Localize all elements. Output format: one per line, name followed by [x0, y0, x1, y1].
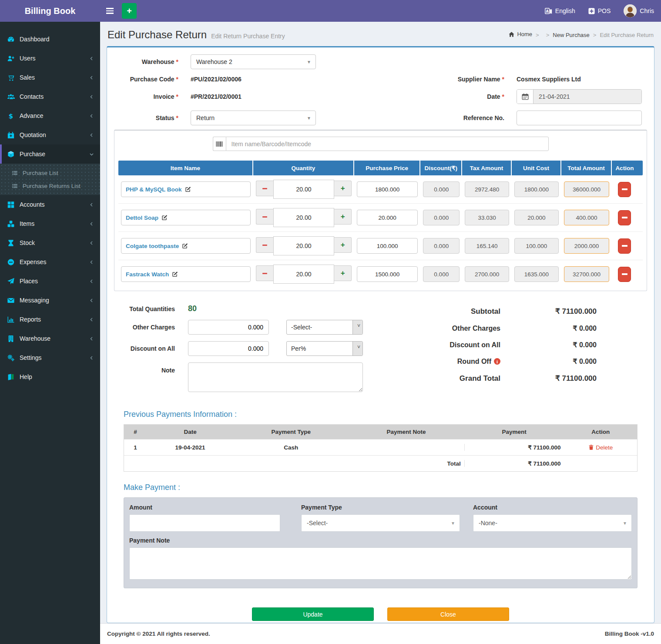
breadcrumb-home[interactable]: Home: [508, 31, 532, 39]
sidebar-item-stock[interactable]: Stock: [0, 233, 100, 252]
other-charges-select[interactable]: -Select- ˅: [286, 320, 363, 335]
grand-total-value: ₹ 71100.000: [500, 374, 597, 383]
supplier-name-label: Supplier Name: [424, 76, 517, 83]
edit-icon[interactable]: [172, 271, 178, 277]
quantity-increase-button[interactable]: +: [334, 181, 352, 196]
user-name: Chris: [640, 7, 654, 14]
breadcrumb-separator: >: [593, 32, 597, 38]
item-name-link[interactable]: Fastrack Watch: [126, 271, 169, 278]
remove-item-button[interactable]: [618, 182, 631, 197]
discount-type-select[interactable]: Per% ˅: [286, 341, 363, 356]
contacts-icon: [7, 93, 15, 101]
quantity-input[interactable]: [273, 180, 335, 199]
sidebar-item-users[interactable]: Users: [0, 49, 100, 68]
payment-type-select[interactable]: -Select- ▼: [301, 514, 460, 532]
other-charges-total-label: Other Charges: [452, 325, 500, 332]
quick-add-button[interactable]: +: [122, 3, 137, 19]
purchase-price-input[interactable]: [357, 266, 418, 282]
info-icon[interactable]: [494, 358, 500, 365]
quantity-decrease-button[interactable]: [256, 209, 273, 225]
account-select[interactable]: -None- ▼: [473, 514, 632, 532]
breadcrumb-edit-purchase-return: Edit Purchase Return: [600, 32, 654, 38]
pos-menu[interactable]: POS: [588, 7, 611, 14]
sidebar-item-reports[interactable]: Reports: [0, 310, 100, 329]
sidebar-toggle-button[interactable]: [100, 0, 119, 22]
quantity-input[interactable]: [273, 208, 335, 227]
status-select[interactable]: Return ▼: [191, 111, 316, 125]
remove-item-button[interactable]: [618, 210, 631, 225]
reference-no-input[interactable]: [517, 111, 642, 125]
chevron-left-icon: [89, 94, 94, 99]
chevron-left-icon: [89, 241, 94, 245]
sidebar-item-accounts[interactable]: Accounts: [0, 195, 100, 214]
quantity-decrease-button[interactable]: [256, 181, 273, 196]
close-button[interactable]: Close: [387, 607, 509, 621]
edit-icon[interactable]: [182, 243, 188, 249]
amount-input[interactable]: [129, 514, 280, 532]
sidebar-item-quotation[interactable]: Quotation: [0, 125, 100, 144]
sidebar-item-messaging[interactable]: Messaging: [0, 291, 100, 310]
previous-payments-table: # Date Payment Type Payment Note Payment…: [124, 424, 638, 472]
sidebar-item-purchase-list[interactable]: Purchase List: [0, 166, 100, 179]
sidebar-submenu-purchase: Purchase ListPurchase Returns List: [0, 164, 100, 195]
sidebar-item-purchase[interactable]: Purchase: [0, 144, 100, 164]
edit-icon[interactable]: [161, 215, 168, 221]
brand-logo[interactable]: Billing Book: [0, 0, 100, 22]
language-menu[interactable]: A English: [545, 7, 575, 14]
payment-date: 19-04-2021: [147, 444, 234, 451]
item-row-php-mysql-book: PHP & MySQL Book+0.0002972.4801800.00036…: [118, 175, 643, 204]
item-name-link[interactable]: Colgate toothpaste: [126, 243, 179, 249]
update-button[interactable]: Update: [252, 607, 374, 621]
payment-type-label: Payment Type: [301, 504, 460, 511]
edit-icon[interactable]: [185, 186, 191, 192]
delete-payment-button[interactable]: Delete: [588, 444, 613, 451]
chevron-down-icon: ˅: [357, 323, 360, 329]
purchase-price-input[interactable]: [357, 181, 418, 197]
note-textarea[interactable]: [188, 362, 363, 392]
discount-value: 0.000: [423, 238, 460, 254]
discount-on-all-input[interactable]: [188, 341, 269, 356]
sidebar-item-contacts[interactable]: Contacts: [0, 87, 100, 106]
payment-note-textarea[interactable]: [129, 547, 632, 580]
warehouse-select[interactable]: Warehouse 2 ▼: [191, 54, 316, 69]
item-name-link[interactable]: Dettol Soap: [126, 215, 158, 221]
purchase-price-input[interactable]: [357, 210, 418, 225]
chevron-left-icon: [89, 56, 94, 61]
round-off-label: Round Off: [457, 358, 491, 366]
other-charges-label: Other Charges: [114, 324, 188, 331]
supplier-name-value: Cosmex Suppliers Ltd: [517, 76, 647, 83]
sidebar-item-items[interactable]: Items: [0, 214, 100, 233]
sidebar-item-dashboard[interactable]: Dashboard: [0, 30, 100, 49]
sidebar-item-sales[interactable]: Sales: [0, 68, 100, 87]
quantity-decrease-button[interactable]: [256, 265, 273, 281]
tax-amount-value: 33.030: [465, 210, 509, 225]
svg-text:A: A: [546, 9, 549, 13]
quantity-input[interactable]: [273, 265, 335, 284]
payment-note-label: Payment Note: [129, 537, 632, 544]
quantity-increase-button[interactable]: +: [334, 209, 352, 225]
quantity-input[interactable]: [273, 236, 335, 255]
chevron-left-icon: [89, 298, 94, 303]
book-help-icon: [7, 373, 15, 381]
quantity-decrease-button[interactable]: [256, 237, 273, 253]
item-search-input[interactable]: [226, 137, 549, 151]
quantity-increase-button[interactable]: +: [334, 237, 352, 253]
purchase-price-input[interactable]: [357, 238, 418, 254]
chevron-down-icon: ▼: [623, 521, 627, 526]
item-name-link[interactable]: PHP & MySQL Book: [126, 186, 182, 193]
quantity-increase-button[interactable]: +: [334, 265, 352, 281]
sidebar-item-advance[interactable]: $Advance: [0, 106, 100, 125]
sidebar-item-settings[interactable]: Settings: [0, 348, 100, 367]
user-menu[interactable]: Chris: [624, 4, 654, 17]
other-charges-input[interactable]: [188, 320, 269, 335]
remove-item-button[interactable]: [618, 238, 631, 254]
date-field[interactable]: 21-04-2021: [517, 89, 642, 104]
payments-total-row: Total ₹ 71100.000: [124, 455, 637, 471]
remove-item-button[interactable]: [618, 267, 631, 282]
sidebar-item-help[interactable]: Help: [0, 367, 100, 386]
sidebar-item-expenses[interactable]: Expenses: [0, 252, 100, 272]
sidebar-item-warehouse[interactable]: Warehouse: [0, 329, 100, 348]
sidebar-item-purchase-returns-list[interactable]: Purchase Returns List: [0, 179, 100, 192]
breadcrumb-new-purchase[interactable]: New Purchase: [553, 32, 590, 38]
sidebar-item-places[interactable]: Places: [0, 272, 100, 291]
